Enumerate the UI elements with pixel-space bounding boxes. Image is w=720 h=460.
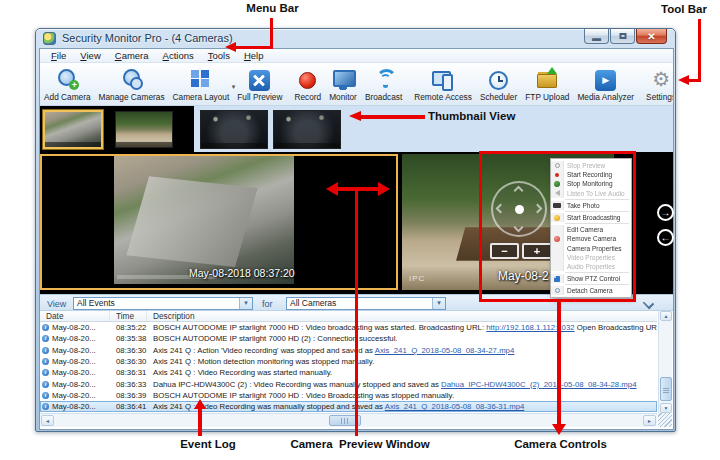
camera-1-video — [114, 156, 294, 284]
camera-context-menu: Stop PreviewStart RecordingStop Monitori… — [550, 158, 632, 298]
event-date: May-08-20... — [52, 346, 96, 355]
thumbnail-camera-1[interactable] — [43, 110, 103, 149]
event-row[interactable]: iMay-08-20...08:35:38BOSCH AUTODOME IP s… — [40, 333, 657, 344]
collapse-panel-icon[interactable] — [643, 298, 654, 309]
remove-camera-icon — [551, 234, 564, 243]
vertical-scroll-thumb[interactable] — [660, 377, 672, 401]
event-row[interactable]: iMay-08-20...08:35:22BOSCH AUTODOME IP s… — [40, 322, 657, 333]
event-file-link[interactable]: Axis_241_Q_2018-05-08_08-36-31.mp4 — [385, 402, 525, 411]
toolbar-label: Scheduler — [480, 92, 517, 102]
menu-item-detach-camera[interactable]: Detach Camera — [551, 286, 631, 295]
scroll-down-icon[interactable]: ▼ — [660, 403, 672, 413]
annotation-menu-bar-label: Menu Bar — [230, 2, 315, 14]
info-icon: i — [42, 347, 49, 354]
event-row[interactable]: iMay-08-20...08:36:31Axis 241 Q : Video … — [40, 367, 657, 378]
menu-item-camera-properties[interactable]: Camera Properties — [551, 244, 631, 253]
horizontal-scrollbar[interactable]: ◄ ► — [40, 413, 657, 427]
menu-item-show-ptz-control[interactable]: Show PTZ Control — [551, 274, 631, 283]
menu-item-take-photo[interactable]: Take Photo — [551, 201, 631, 210]
event-description: Axis 241 Q : Video Recording was started… — [147, 368, 657, 377]
menu-separator — [565, 199, 629, 200]
column-header-time[interactable]: Time — [110, 311, 147, 321]
toolbar-record-button[interactable]: Record — [290, 63, 325, 105]
ptz-right-icon[interactable] — [533, 204, 543, 214]
toolbar-camera-layout-button[interactable]: Camera Layout▾ — [169, 63, 234, 105]
event-file-link[interactable]: http://192.168.1.112:1032 — [486, 323, 574, 332]
column-header-date[interactable]: Date — [40, 311, 110, 321]
event-log-header: DateTimeDescription — [40, 311, 657, 322]
ptz-up-icon[interactable] — [514, 186, 524, 196]
horizontal-scroll-thumb[interactable] — [329, 415, 361, 426]
toolbar-monitor-button[interactable]: Monitor — [325, 63, 361, 105]
prev-camera-button[interactable]: ← — [657, 229, 674, 246]
toolbar-label: Camera Layout — [173, 92, 230, 102]
toolbar-settings-button[interactable]: Settings▾ — [642, 63, 673, 105]
menu-item-edit-camera[interactable]: Edit Camera — [551, 225, 631, 234]
toolbar-add-camera-button[interactable]: Add Camera — [40, 63, 95, 105]
event-row[interactable]: iMay-08-20...08:36:33Dahua IPC-HDW4300C … — [40, 378, 657, 389]
toolbar-full-preview-button[interactable]: Full Preview — [233, 63, 286, 105]
event-row[interactable]: iMay-08-20...08:36:30Axis 241 Q : Motion… — [40, 356, 657, 367]
scroll-left-icon[interactable]: ◄ — [41, 415, 54, 426]
event-date-cell: iMay-08-20... — [40, 368, 110, 377]
manage-cameras-icon — [120, 67, 144, 91]
toolbar-media-analyzer-button[interactable]: Media Analyzer — [573, 63, 638, 105]
maximize-button[interactable] — [610, 29, 635, 44]
next-camera-button[interactable]: → — [657, 204, 674, 221]
zoom-out-button[interactable]: − — [490, 243, 519, 259]
scroll-right-icon[interactable]: ► — [643, 415, 656, 426]
toolbar-label: Manage Cameras — [99, 92, 165, 102]
toolbar-manage-cameras-button[interactable]: Manage Cameras — [95, 63, 169, 105]
toolbar-remote-access-button[interactable]: Remote Access — [410, 63, 476, 105]
ptz-down-icon[interactable] — [514, 223, 524, 233]
zoom-in-button[interactable]: + — [522, 243, 552, 259]
ptz-center-dot[interactable] — [515, 205, 524, 214]
annotation-camera-preview-label: Camera Preview Window — [275, 438, 445, 450]
ptz-left-icon[interactable] — [496, 204, 506, 214]
vertical-scrollbar[interactable]: ▲ ▼ — [658, 311, 672, 413]
thumbnail-camera-2[interactable] — [115, 111, 173, 148]
menu-view[interactable]: View — [73, 50, 107, 61]
event-file-link[interactable]: Dahua_IPC-HDW4300C_(2)_2018-05-08_08-34-… — [441, 380, 636, 389]
column-header-description[interactable]: Description — [147, 311, 657, 321]
event-file-link[interactable]: Axis_241_Q_2018-05-08_08-34-27.mp4 — [375, 346, 515, 355]
menu-item-label: Start Recording — [564, 171, 612, 178]
toolbar-broadcast-button[interactable]: Broadcast — [361, 63, 406, 105]
ftp-upload-icon — [535, 67, 559, 91]
event-time: 08:36:30 — [110, 357, 147, 366]
event-type-value: All Events — [77, 298, 115, 308]
camera-filter-dropdown[interactable]: All Cameras ▼ — [286, 297, 446, 310]
chevron-down-icon[interactable]: ▼ — [432, 298, 445, 309]
window-title: Security Monitor Pro - (4 Cameras) — [62, 32, 233, 44]
toolbar-ftp-upload-button[interactable]: FTP Upload — [521, 63, 573, 105]
resize-grip[interactable] — [658, 413, 672, 427]
ptz-joystick[interactable] — [491, 181, 547, 237]
menu-item-remove-camera[interactable]: Remove Camera — [551, 234, 631, 243]
event-row[interactable]: iMay-08-20...08:36:30Axis 241 Q : Action… — [40, 345, 657, 356]
event-type-dropdown[interactable]: All Events ▼ — [73, 297, 253, 310]
event-row[interactable]: iMay-08-20...08:36:41Axis 241 Q : Video … — [40, 401, 657, 412]
menu-item-start-recording[interactable]: Start Recording — [551, 170, 631, 179]
title-bar[interactable]: Security Monitor Pro - (4 Cameras) ▬✕ — [36, 29, 675, 48]
menu-file[interactable]: File — [44, 50, 73, 61]
menu-help[interactable]: Help — [237, 50, 271, 61]
menu-item-stop-monitoring[interactable]: Stop Monitoring — [551, 179, 631, 188]
menu-item-start-broadcasting[interactable]: Start Broadcasting — [551, 213, 631, 222]
screenshot-stage: Security Monitor Pro - (4 Cameras) ▬✕ Fi… — [0, 0, 720, 460]
thumbnail-camera-4[interactable] — [273, 110, 341, 149]
show-ptz-icon — [551, 274, 564, 283]
menu-actions[interactable]: Actions — [156, 50, 201, 61]
toolbar-scheduler-button[interactable]: Scheduler — [476, 63, 521, 105]
event-text: Axis 241 Q : Action 'Video recording' wa… — [153, 346, 375, 355]
chevron-down-icon[interactable]: ▼ — [239, 298, 252, 309]
thumbnail-camera-3[interactable] — [200, 110, 268, 149]
menu-tools[interactable]: Tools — [201, 50, 237, 61]
scroll-up-icon[interactable]: ▲ — [660, 311, 672, 321]
preview-camera-1[interactable]: May-08-2018 08:37:20 — [40, 154, 398, 290]
edit-camera-icon — [551, 225, 564, 234]
event-row[interactable]: iMay-08-20...08:36:39BOSCH AUTODOME IP s… — [40, 390, 657, 401]
minimize-button[interactable]: ▬ — [584, 29, 609, 44]
menu-camera[interactable]: Camera — [108, 50, 156, 61]
annotation-camera-controls-label: Camera Controls — [498, 438, 623, 450]
close-button[interactable]: ✕ — [636, 29, 667, 44]
